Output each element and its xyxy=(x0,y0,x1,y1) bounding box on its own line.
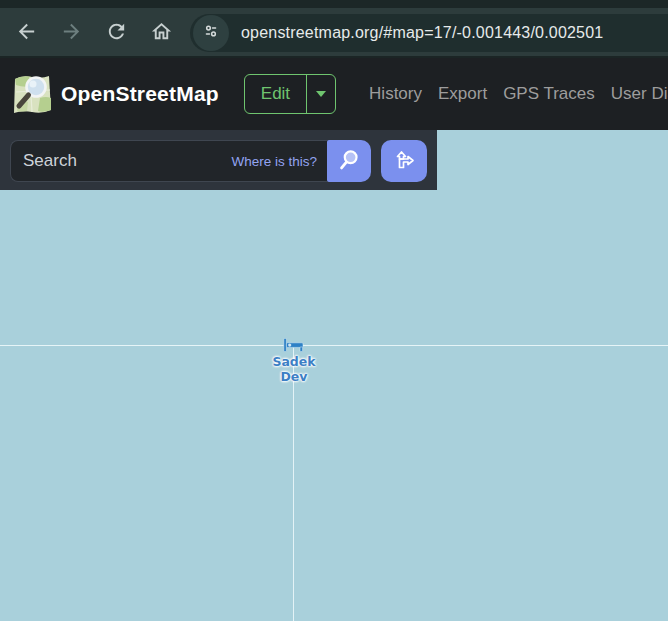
poi-label: Sadek Dev xyxy=(272,354,315,384)
graticule-vertical-line xyxy=(293,345,294,621)
nav-user-diaries[interactable]: User Diaries xyxy=(611,84,668,104)
back-button[interactable] xyxy=(8,15,44,51)
search-button[interactable] xyxy=(327,140,371,182)
edit-split-button: Edit xyxy=(244,74,336,114)
search-icon xyxy=(337,148,361,175)
address-bar[interactable]: openstreetmap.org/#map=17/-0.001443/0.00… xyxy=(190,14,668,52)
back-arrow-icon xyxy=(15,20,38,47)
home-button[interactable] xyxy=(143,15,179,51)
where-is-this-link[interactable]: Where is this? xyxy=(231,154,327,169)
site-settings-icon xyxy=(201,21,221,45)
edit-button[interactable]: Edit xyxy=(245,75,306,113)
browser-toolbar: openstreetmap.org/#map=17/-0.001443/0.00… xyxy=(0,0,668,58)
osm-site-header: OpenStreetMap Edit History Export GPS Tr… xyxy=(0,58,668,130)
directions-button[interactable] xyxy=(381,140,427,182)
directions-icon xyxy=(392,148,416,175)
map-canvas[interactable]: Sadek Dev xyxy=(0,130,668,621)
search-input-group: Where is this? xyxy=(10,140,327,182)
screen: openstreetmap.org/#map=17/-0.001443/0.00… xyxy=(0,0,668,621)
poi-label-line1: Sadek xyxy=(272,354,315,369)
reload-button[interactable] xyxy=(98,15,134,51)
nav-history[interactable]: History xyxy=(369,84,422,104)
edit-button-label: Edit xyxy=(261,84,290,104)
forward-button[interactable] xyxy=(53,15,89,51)
home-icon xyxy=(150,20,173,47)
search-panel: Where is this? xyxy=(0,130,437,190)
chevron-down-icon xyxy=(316,91,326,97)
header-nav: History Export GPS Traces User Diaries xyxy=(369,84,668,104)
edit-dropdown-button[interactable] xyxy=(306,75,335,113)
url-text: openstreetmap.org/#map=17/-0.001443/0.00… xyxy=(241,24,603,42)
reload-icon xyxy=(105,20,128,47)
bed-hotel-icon xyxy=(283,338,304,352)
nav-gps-traces[interactable]: GPS Traces xyxy=(503,84,595,104)
search-input[interactable] xyxy=(11,141,231,181)
site-settings-button[interactable] xyxy=(193,15,229,51)
openstreetmap-logo-icon[interactable] xyxy=(10,72,54,116)
graticule-horizontal-line xyxy=(0,345,668,346)
nav-export[interactable]: Export xyxy=(438,84,487,104)
forward-arrow-icon xyxy=(60,20,83,47)
poi-label-line2: Dev xyxy=(272,369,315,384)
site-title[interactable]: OpenStreetMap xyxy=(61,82,219,106)
window-top-strip xyxy=(0,0,668,8)
